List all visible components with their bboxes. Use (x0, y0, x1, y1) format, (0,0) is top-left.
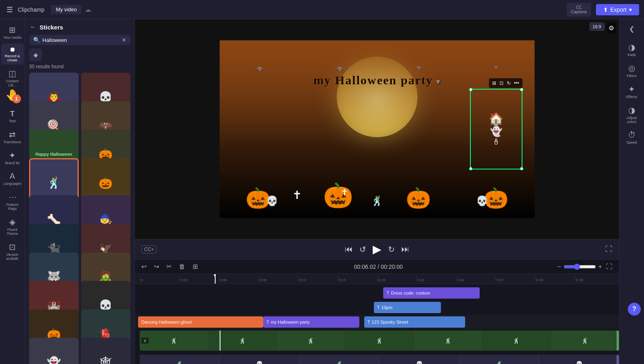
sticker-more-button[interactable]: ••• (513, 79, 520, 87)
sticker-image: 👻 (47, 356, 61, 364)
video-frame: 🕺 (140, 331, 208, 351)
playhead-indicator: ▼ (213, 274, 217, 278)
right-panel-item-adjust-colors[interactable]: ◑ Adjust colors (621, 103, 643, 126)
stickers-options-bar: ◆ (25, 48, 134, 64)
right-panel-item-speed[interactable]: ⏱ Speed (621, 128, 643, 147)
expand-timeline-button[interactable]: ⛶ (604, 262, 614, 271)
cloud-sync-icon[interactable]: ☁ (85, 6, 91, 13)
captions-button[interactable]: CC Captions (567, 3, 591, 17)
play-button[interactable]: ▶ (373, 243, 382, 256)
video-frame: 🕺 (459, 355, 539, 364)
brand-kit-icon: ✦ (9, 151, 16, 160)
split-button[interactable]: ⊞ (191, 262, 199, 271)
resize-handle-tr[interactable] (520, 88, 523, 91)
search-clear-button[interactable]: ✕ (122, 37, 126, 43)
video-preview: 🦇 🦇 🦇 🦇 my Halloween party ▾ ⊞ (135, 19, 619, 259)
zoom-in-button[interactable]: + (598, 263, 602, 270)
captions-icon: CC (576, 5, 582, 10)
cut-button[interactable]: ✂ (165, 262, 173, 271)
right-panel: ❮ ◑ Fade ◎ Filters ✦ Effects ◑ Adjust co… (619, 19, 644, 364)
right-panel-item-fade[interactable]: ◑ Fade (621, 40, 643, 59)
track-end-marker (617, 331, 619, 351)
right-panel-item-label: Fade (627, 53, 636, 57)
timeline-time-display: 00:06.02 / 00:20:00 (203, 264, 553, 270)
right-panel-item-label: Adjust colors (622, 116, 642, 124)
preview-settings-button[interactable]: ⚙ (607, 23, 616, 33)
video-frame: 🕺 (208, 331, 277, 351)
skip-to-start-button[interactable]: ⏮ (345, 245, 353, 254)
sticker-clip-label: Dancing Halloween ghost (141, 320, 192, 324)
sticker-item[interactable]: 🕸 ••• (81, 338, 131, 364)
fullscreen-icon: ⛶ (605, 245, 613, 253)
skip-forward-icon: ⏭ (401, 245, 409, 253)
video-track-2: 🕺 💀 🕺 💀 🕺 💀 (135, 354, 619, 364)
premium-filter-button[interactable]: ◆ (29, 48, 42, 61)
skip-to-end-button[interactable]: ⏭ (401, 245, 409, 254)
video-track-content-2[interactable]: 🕺 💀 🕺 💀 🕺 💀 (140, 355, 619, 364)
text-clip-icon: T (377, 305, 380, 310)
export-button[interactable]: ⬆ Export ▾ (596, 4, 639, 15)
video-title-text[interactable]: my Halloween party ▾ (314, 73, 441, 88)
sidebar-item-your-media[interactable]: ⊞ Your media (1, 23, 24, 42)
redo-button[interactable]: ↪ (152, 262, 161, 271)
sidebar-item-content-lib[interactable]: ◫ ContentLib... 🤚 1 (1, 66, 24, 90)
sidebar-item-languages[interactable]: A Languages (1, 169, 24, 188)
sticker-crop-button[interactable]: ⊡ (499, 79, 504, 87)
feature-flags-icon: ⋯ (8, 192, 17, 202)
resize-handle-br[interactable] (520, 167, 523, 170)
video-frame: 🕺 (277, 331, 345, 351)
text-clip-10pm[interactable]: T 10pm (374, 302, 441, 313)
sidebar-item-label: Languages (3, 182, 21, 186)
stickers-grid: 🧛 ••• 💀 ••• 🍭 ••• 🦇 ••• Happy Halloween … (25, 73, 134, 364)
cc-button[interactable]: CC+ (141, 245, 157, 253)
rewind-icon: ↺ (359, 245, 366, 254)
back-button[interactable]: ← (30, 23, 36, 31)
zoom-slider[interactable] (564, 264, 596, 270)
sidebar-item-version[interactable]: ⊡ Versionecd9d6 (1, 240, 24, 263)
sidebar-item-transitions[interactable]: ⇄ Transitions (1, 127, 24, 146)
sticker-clip-dancing-ghost[interactable]: Dancing Halloween ghost (138, 316, 263, 328)
text-track-content-2: T 10pm (138, 302, 619, 313)
video-track-content-1[interactable]: ⏸ 🕺 🕺 🕺 🕺 🕺 🕺 🕺 (140, 331, 619, 351)
stickers-search-bar: 🔍 ✕ (29, 35, 130, 45)
sidebar-item-text[interactable]: T Text (1, 107, 24, 126)
fullscreen-button[interactable]: ⛶ (605, 245, 613, 253)
aspect-ratio-button[interactable]: 16:9 (589, 23, 604, 31)
sticker-rotate-button[interactable]: ↻ (506, 79, 512, 87)
resize-handle-bl[interactable] (469, 167, 472, 170)
text-clip-icon: T (386, 291, 389, 295)
languages-icon: A (10, 172, 15, 181)
help-button[interactable]: ? (628, 303, 641, 316)
your-media-icon: ⊞ (9, 25, 16, 35)
sticker-item[interactable]: 👻 ••• (29, 338, 79, 364)
right-panel-item-filters[interactable]: ◎ Filters (621, 61, 643, 80)
text-clip-label: my Halloween party (271, 320, 310, 324)
video-tab[interactable]: My video (51, 5, 82, 14)
stickers-header: ← Stickers (25, 19, 134, 35)
sidebar-item-feature-flags[interactable]: ⋯ FeatureFlags (1, 190, 24, 213)
hamburger-button[interactable]: ☰ (5, 4, 15, 15)
delete-button[interactable]: 🗑 (177, 262, 187, 271)
zoom-out-button[interactable]: − (557, 263, 561, 270)
text-clip-my-halloween-party[interactable]: T my Halloween party (263, 316, 359, 328)
video-frames: 🕺 🕺 🕺 🕺 🕺 🕺 🕺 (140, 331, 619, 351)
right-panel-item-effects[interactable]: ✦ Effects (621, 82, 643, 101)
bat-icon: 🦇 (415, 65, 422, 73)
collapse-panel-button[interactable]: ❮ (621, 23, 643, 35)
stickers-search-input[interactable] (42, 37, 119, 43)
sidebar-item-brand-kit[interactable]: ✦ Brand kit (1, 148, 24, 167)
sidebar-item-fluent-theme[interactable]: ◈ FluentTheme (1, 215, 24, 238)
selected-sticker[interactable]: ⊞ ⊡ ↻ ••• 🏠 👻 🕯 (470, 89, 522, 169)
sticker-resize-button[interactable]: ⊞ (491, 79, 497, 87)
undo-button[interactable]: ↩ (140, 262, 148, 271)
fast-forward-button[interactable]: ↻ (388, 245, 395, 254)
ruler-mark: 0:21 (416, 276, 456, 282)
center-area: 🦇 🦇 🦇 🦇 my Halloween party ▾ ⊞ (135, 19, 619, 364)
text-clip-dress-code[interactable]: T Dress code: costum (383, 287, 479, 299)
sidebar-item-record-create[interactable]: ⏺ Record &create (1, 44, 24, 65)
playhead[interactable]: ▼ (215, 274, 216, 284)
text-clip-123-spooky[interactable]: T 123 Spooky Street (364, 316, 465, 328)
resize-handle-tl[interactable] (469, 88, 472, 91)
rewind-button[interactable]: ↺ (359, 245, 366, 254)
play-icon: ▶ (373, 243, 382, 255)
